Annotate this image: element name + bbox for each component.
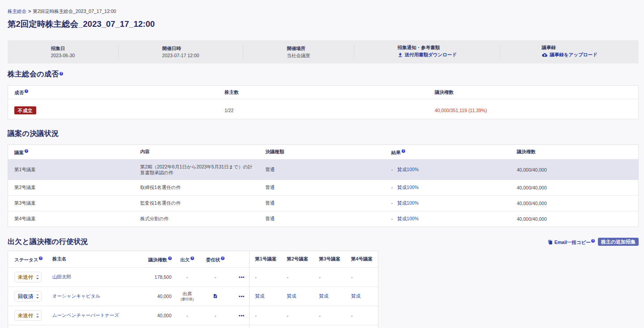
svg-text:?: ? (222, 257, 224, 260)
svg-text:?: ? (592, 239, 594, 242)
svg-text:?: ? (40, 257, 42, 260)
svg-text:?: ? (169, 257, 171, 260)
svg-text:?: ? (25, 149, 27, 152)
svg-text:?: ? (191, 257, 193, 260)
svg-text:?: ? (25, 89, 27, 93)
svg-text:?: ? (402, 149, 404, 152)
svg-text:?: ? (60, 72, 62, 75)
